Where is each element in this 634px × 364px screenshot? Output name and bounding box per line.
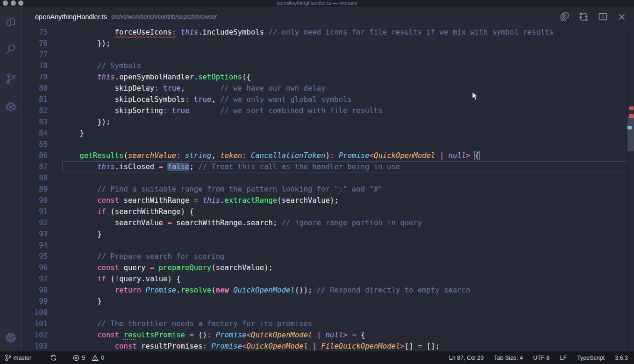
line-number: 89 xyxy=(22,184,48,195)
code-line-90[interactable]: 90 const searchWithRange = this.extractR… xyxy=(22,195,627,206)
code-text: if (searchWithRange) { xyxy=(62,206,194,217)
code-line-102[interactable]: 102 const resultsPromise = (): Promise<Q… xyxy=(22,329,627,341)
scrollbar-overview-ruler[interactable] xyxy=(627,27,634,351)
code-line-76[interactable]: 76 }); xyxy=(22,38,627,49)
line-number: 80 xyxy=(22,83,48,94)
split-editor-button[interactable] xyxy=(598,12,607,21)
source-control-button[interactable] xyxy=(4,72,17,85)
code-line-88[interactable]: 88 xyxy=(22,172,627,184)
eol-status[interactable]: LF xyxy=(560,355,567,361)
code-line-101[interactable]: 101 // The throttler needs a factory for… xyxy=(22,318,627,329)
code-text: }); xyxy=(62,116,110,128)
code-text: // Symbols xyxy=(62,60,141,71)
scrollbar-thumb[interactable] xyxy=(627,116,634,151)
code-line-92[interactable]: 92 searchValue = searchWithRange.search;… xyxy=(22,217,627,228)
git-branch-icon xyxy=(5,354,11,361)
line-number: 79 xyxy=(22,71,48,83)
line-number: 102 xyxy=(22,329,48,341)
ruler-selection-marker xyxy=(627,126,632,129)
code-line-96[interactable]: 96 const query = prepareQuery(searchValu… xyxy=(22,262,627,273)
warning-count: 0 xyxy=(101,355,104,361)
code-text: return Promise.resolve(new QuickOpenMode… xyxy=(62,285,470,296)
code-line-78[interactable]: 78 // Symbols xyxy=(22,60,627,71)
code-line-81[interactable]: 81 skipLocalSymbols: true, // we only wa… xyxy=(22,94,627,105)
line-number: 92 xyxy=(22,217,48,228)
line-number: 98 xyxy=(22,285,48,296)
code-line-89[interactable]: 89 // Find a suitable range from the pat… xyxy=(22,184,627,195)
language-status[interactable]: TypeScript xyxy=(577,355,605,361)
line-number: 88 xyxy=(22,172,48,184)
line-number: 84 xyxy=(22,128,48,139)
code-text: skipDelay: true, // we have our own dela… xyxy=(62,83,326,94)
explorer-icon xyxy=(5,16,17,28)
compare-changes-button[interactable] xyxy=(579,12,588,21)
code-line-75[interactable]: 75 forceUseIcons: this.includeSymbols //… xyxy=(22,27,627,38)
code-line-79[interactable]: 79 this.openSymbolHandler.setOptions({ xyxy=(22,71,627,83)
code-line-93[interactable]: 93 } xyxy=(22,228,627,240)
code-text: } xyxy=(62,228,102,240)
tab-size-status[interactable]: Tab Size: 4 xyxy=(494,355,523,361)
code-line-97[interactable]: 97 if (!query.value) { xyxy=(22,273,627,285)
code-text: forceUseIcons: this.includeSymbols // on… xyxy=(62,27,554,38)
sync-button[interactable] xyxy=(50,354,57,361)
code-line-103[interactable]: 103 const resultPromises: Promise<QuickO… xyxy=(22,341,627,351)
open-changes-icon xyxy=(560,12,569,21)
line-number: 93 xyxy=(22,228,48,240)
ruler-error-marker xyxy=(629,114,634,118)
explorer-button[interactable] xyxy=(4,15,17,29)
code-line-99[interactable]: 99 } xyxy=(22,296,627,307)
line-number: 97 xyxy=(22,273,48,285)
activity-bar xyxy=(0,7,22,351)
close-icon xyxy=(618,13,626,21)
search-icon xyxy=(5,43,17,56)
debug-button[interactable] xyxy=(4,100,17,114)
editor-title-bar: openAnythingHandler.ts src/vs/workbench/… xyxy=(22,7,634,27)
code-text: // The throttler needs a factory for its… xyxy=(62,318,312,329)
warnings-icon xyxy=(92,355,99,361)
encoding-status[interactable]: UTF-8 xyxy=(533,355,549,361)
code-line-86[interactable]: 86 getResults(searchValue: string, token… xyxy=(22,150,627,161)
open-changes-button[interactable] xyxy=(560,12,569,21)
editor-actions xyxy=(560,7,627,27)
line-number: 90 xyxy=(22,195,48,206)
problems-status[interactable]: 5 0 xyxy=(73,355,104,361)
line-number: 85 xyxy=(22,139,48,150)
line-number: 99 xyxy=(22,296,48,307)
line-number: 91 xyxy=(22,206,48,217)
settings-gear-icon xyxy=(4,331,17,344)
vscode-window: openAnythingHandler.ts — monaco xyxy=(0,0,634,364)
settings-button[interactable] xyxy=(4,331,17,344)
close-editor-button[interactable] xyxy=(617,12,627,21)
search-button[interactable] xyxy=(4,43,17,56)
line-number: 81 xyxy=(22,94,48,105)
git-branch-status[interactable]: master xyxy=(5,354,31,361)
code-editor[interactable]: 75 forceUseIcons: this.includeSymbols //… xyxy=(22,27,634,351)
typescript-version-status[interactable]: 3.6.3 xyxy=(615,355,628,361)
code-line-95[interactable]: 95 // Prepare search for scoring xyxy=(22,251,627,262)
line-number: 83 xyxy=(22,116,48,128)
code-line-87[interactable]: 87 this.isClosed = false; // Treat this … xyxy=(22,161,627,172)
code-line-91[interactable]: 91 if (searchWithRange) { xyxy=(22,206,627,217)
error-count: 5 xyxy=(82,355,85,361)
code-text: const resultsPromise = (): Promise<Quick… xyxy=(62,329,365,341)
breadcrumb-filepath: src/vs/workbench/contrib/search/browser xyxy=(111,14,217,20)
line-number: 78 xyxy=(22,60,48,71)
code-line-84[interactable]: 84 } xyxy=(22,128,627,139)
line-number: 75 xyxy=(22,27,48,38)
code-line-80[interactable]: 80 skipDelay: true, // we have our own d… xyxy=(22,83,627,94)
code-text: getResults(searchValue: string, token: C… xyxy=(62,150,479,161)
code-line-85[interactable]: 85 xyxy=(22,139,627,150)
code-line-77[interactable]: 77 xyxy=(22,49,627,60)
cursor-position-status[interactable]: Ln 87, Col 29 xyxy=(449,355,484,361)
line-number: 95 xyxy=(22,251,48,262)
tab-filename[interactable]: openAnythingHandler.ts xyxy=(35,13,107,21)
code-text: } xyxy=(62,296,102,307)
code-line-100[interactable]: 100 xyxy=(22,307,627,318)
code-line-82[interactable]: 82 skipSorting: true // we sort combined… xyxy=(22,105,627,116)
code-text: skipLocalSymbols: true, // we only want … xyxy=(62,94,352,105)
code-line-98[interactable]: 98 return Promise.resolve(new QuickOpenM… xyxy=(22,285,627,296)
code-line-94[interactable]: 94 xyxy=(22,240,627,251)
code-line-83[interactable]: 83 }); xyxy=(22,116,627,128)
code-content: 75 forceUseIcons: this.includeSymbols //… xyxy=(22,27,627,351)
source-control-icon xyxy=(5,72,17,85)
